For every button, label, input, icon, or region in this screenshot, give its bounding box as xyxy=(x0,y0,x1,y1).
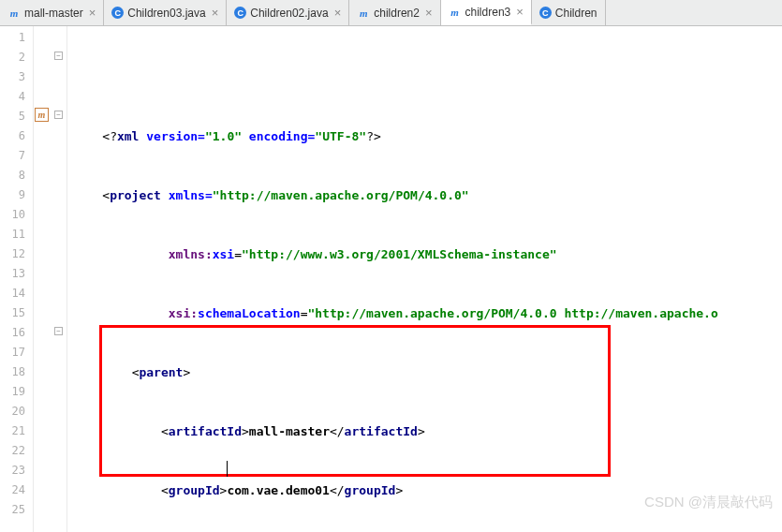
class-icon: C xyxy=(234,7,246,19)
line-number: 24 xyxy=(0,480,33,500)
close-icon[interactable]: × xyxy=(516,5,524,19)
tab-label: Children02.java xyxy=(250,7,328,20)
line-number: 18 xyxy=(0,362,33,382)
fold-toggle-icon[interactable]: − xyxy=(54,327,63,335)
tab-label: children2 xyxy=(374,7,420,20)
class-icon: C xyxy=(539,7,552,19)
maven-icon: m xyxy=(357,7,370,20)
line-number: 3 xyxy=(0,67,33,87)
line-number: 16 xyxy=(0,323,33,343)
text-caret xyxy=(227,461,228,477)
line-number: 17 xyxy=(0,343,33,362)
maven-gutter-icon[interactable]: m xyxy=(35,108,49,122)
close-icon[interactable]: × xyxy=(425,6,433,20)
class-icon: C xyxy=(111,7,124,19)
maven-icon: m xyxy=(449,6,462,19)
fold-toggle-icon[interactable]: − xyxy=(54,52,63,60)
tab-bar: mmall-master× CChildren03.java× CChildre… xyxy=(0,0,782,26)
line-number: 25 xyxy=(0,500,33,520)
line-number: 10 xyxy=(0,205,33,225)
line-number: 22 xyxy=(0,441,33,461)
tab-children-cut[interactable]: CChildren xyxy=(532,0,606,25)
tab-children2-pom[interactable]: mchildren2× xyxy=(349,0,440,25)
tab-mall-master[interactable]: mmall-master× xyxy=(0,0,104,25)
tab-children02-java[interactable]: CChildren02.java× xyxy=(227,0,349,25)
close-icon[interactable]: × xyxy=(334,6,342,20)
line-number: 21 xyxy=(0,421,33,441)
line-number: 13 xyxy=(0,264,33,284)
highlight-box xyxy=(99,325,611,477)
line-number: 15 xyxy=(0,303,33,323)
line-number: 23 xyxy=(0,461,33,480)
tab-label: Children xyxy=(555,7,598,20)
close-icon[interactable]: × xyxy=(212,6,219,20)
line-number: 6 xyxy=(0,126,33,146)
line-number: 14 xyxy=(0,284,33,303)
line-number: 7 xyxy=(0,146,33,166)
line-number: 2 xyxy=(0,48,33,67)
tab-label: mall-master xyxy=(24,7,83,20)
line-number: 19 xyxy=(0,382,33,402)
code-area[interactable]: <?xml version="1.0" encoding="UTF-8"?> <… xyxy=(67,26,782,532)
line-number: 8 xyxy=(0,166,33,185)
tab-label: children3 xyxy=(465,6,511,19)
line-number: 4 xyxy=(0,87,33,107)
line-gutter: 1 2 3 4 5 6 7 8 9 10 11 12 13 14 15 16 1… xyxy=(0,26,34,532)
line-number: 11 xyxy=(0,225,33,244)
tab-children3-pom[interactable]: mchildren3× xyxy=(441,0,532,25)
line-number: 20 xyxy=(0,402,33,421)
line-number: 9 xyxy=(0,185,33,205)
line-number: 1 xyxy=(0,28,33,48)
line-number: 5 xyxy=(0,107,33,126)
line-number: 12 xyxy=(0,244,33,264)
editor: 1 2 3 4 5 6 7 8 9 10 11 12 13 14 15 16 1… xyxy=(0,26,782,532)
tab-children03-java[interactable]: CChildren03.java× xyxy=(104,0,227,25)
close-icon[interactable]: × xyxy=(89,6,96,20)
maven-icon: m xyxy=(7,7,21,20)
tab-label: Children03.java xyxy=(127,7,205,20)
fold-toggle-icon[interactable]: − xyxy=(54,111,63,119)
icon-margin: m xyxy=(34,26,51,532)
fold-margin: − − − xyxy=(51,26,67,532)
